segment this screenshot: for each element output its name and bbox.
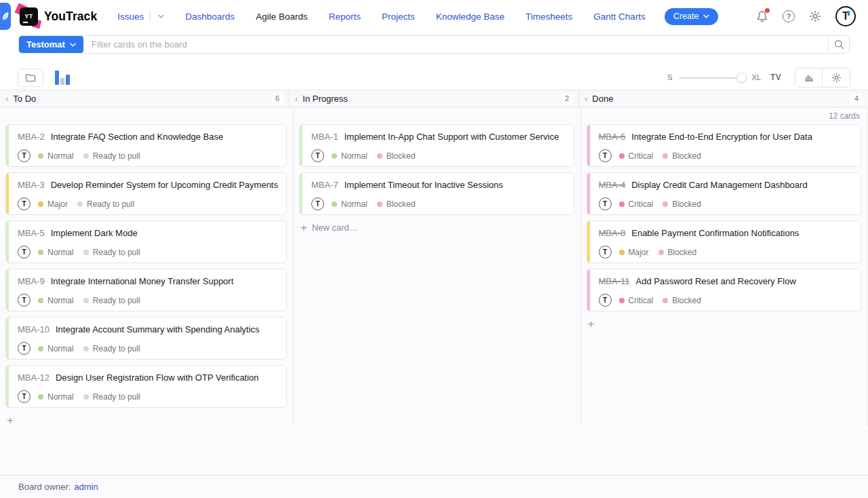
card-title[interactable]: Integrate FAQ Section and Knowledge Base <box>51 132 223 142</box>
state-field[interactable]: Ready to pull <box>83 296 140 305</box>
assignee-avatar[interactable]: T <box>599 246 612 258</box>
card-title[interactable]: Develop Reminder System for Upcoming Cre… <box>51 180 278 190</box>
card-mba-10[interactable]: MBA-10 Integrate Account Summary with Sp… <box>5 317 287 360</box>
card-mba-12[interactable]: MBA-12 Design User Registration Flow wit… <box>5 365 287 408</box>
card-id[interactable]: MBA-11 <box>599 276 630 286</box>
slider-handle[interactable] <box>736 73 747 83</box>
sidebar-toggle[interactable] <box>0 3 11 30</box>
card-title[interactable]: Implement Timeout for Inactive Sessions <box>344 180 503 190</box>
card-title[interactable]: Add Password Reset and Recovery Flow <box>636 276 796 286</box>
assignee-avatar[interactable]: T <box>311 149 324 162</box>
state-field[interactable]: Blocked <box>658 248 697 257</box>
create-button[interactable]: Create <box>665 8 719 25</box>
card-id[interactable]: MBA-7 <box>311 180 338 190</box>
assignee-avatar[interactable]: T <box>18 197 31 210</box>
card-mba-4[interactable]: MBA-4 Display Credit Card Management Das… <box>587 172 862 215</box>
youtrack-logo[interactable]: YT <box>20 7 38 26</box>
nav-dashboards[interactable]: Dashboards <box>185 12 235 22</box>
card-title[interactable]: Design User Registration Flow with OTP V… <box>56 372 259 383</box>
card-mba-1[interactable]: MBA-1 Implement In-App Chat Support with… <box>299 124 574 167</box>
collapse-chevron-icon[interactable]: ‹ <box>5 94 8 103</box>
state-field[interactable]: Blocked <box>663 199 701 209</box>
assignee-avatar[interactable]: T <box>18 342 31 355</box>
card-title[interactable]: Enable Payment Confirmation Notification… <box>631 228 799 238</box>
assignee-avatar[interactable]: T <box>311 197 324 210</box>
nav-issues[interactable]: Issues <box>117 11 164 22</box>
card-size-slider[interactable] <box>679 73 746 83</box>
card-id[interactable]: MBA-8 <box>599 228 626 238</box>
nav-knowledge-base[interactable]: Knowledge Base <box>436 12 505 22</box>
state-field[interactable]: Ready to pull <box>83 392 140 402</box>
new-card-button[interactable]: + New card… <box>299 221 574 235</box>
settings-gear-icon[interactable] <box>809 10 821 22</box>
assignee-avatar[interactable]: T <box>599 149 612 162</box>
priority-field[interactable]: Major <box>619 248 649 257</box>
priority-field[interactable]: Normal <box>332 151 368 161</box>
card-title[interactable]: Integrate International Money Transfer S… <box>51 276 234 286</box>
state-field[interactable]: Blocked <box>663 151 701 161</box>
tv-mode-button[interactable]: TV <box>770 73 781 82</box>
nav-agile-boards[interactable]: Agile Boards <box>256 12 308 22</box>
notifications-bell-icon[interactable] <box>756 10 768 23</box>
column-header-in-progress[interactable]: ‹ In Progress 2 <box>290 90 579 107</box>
board-owner-link[interactable]: admin <box>74 482 98 492</box>
state-field[interactable]: Ready to pull <box>83 344 140 353</box>
card-mba-9[interactable]: MBA-9 Integrate International Money Tran… <box>5 269 287 311</box>
card-id[interactable]: MBA-12 <box>18 372 50 383</box>
collapse-chevron-icon[interactable]: ‹ <box>585 94 587 103</box>
nav-gantt-charts[interactable]: Gantt Charts <box>593 12 646 22</box>
priority-field[interactable]: Critical <box>619 296 654 305</box>
card-id[interactable]: MBA-6 <box>599 132 626 142</box>
priority-field[interactable]: Normal <box>38 151 74 161</box>
nav-timesheets[interactable]: Timesheets <box>526 12 572 22</box>
priority-field[interactable]: Critical <box>619 199 654 209</box>
card-id[interactable]: MBA-1 <box>311 132 338 142</box>
priority-field[interactable]: Normal <box>38 344 74 353</box>
priority-field[interactable]: Major <box>38 199 68 209</box>
search-icon[interactable] <box>828 36 849 53</box>
card-mba-2[interactable]: MBA-2 Integrate FAQ Section and Knowledg… <box>5 124 287 167</box>
chart-panel-toggle[interactable] <box>55 71 70 85</box>
assignee-avatar[interactable]: T <box>599 294 612 307</box>
priority-field[interactable]: Critical <box>619 151 654 161</box>
board-chart-button[interactable] <box>795 69 823 87</box>
assignee-avatar[interactable]: T <box>18 246 31 258</box>
backlog-folder-button[interactable] <box>18 69 43 87</box>
card-mba-3[interactable]: MBA-3 Develop Reminder System for Upcomi… <box>5 172 287 215</box>
card-title[interactable]: Integrate End-to-End Encryption for User… <box>631 132 812 142</box>
assignee-avatar[interactable]: T <box>18 149 31 162</box>
priority-field[interactable]: Normal <box>332 199 368 209</box>
collapse-chevron-icon[interactable]: ‹ <box>295 94 298 103</box>
card-id[interactable]: MBA-3 <box>18 180 45 190</box>
card-title[interactable]: Implement Dark Mode <box>51 228 138 238</box>
card-title[interactable]: Display Credit Card Management Dashboard <box>631 180 807 190</box>
state-field[interactable]: Blocked <box>377 199 416 209</box>
assignee-avatar[interactable]: T <box>599 197 612 210</box>
state-field[interactable]: Ready to pull <box>83 151 140 161</box>
add-card-button[interactable]: + <box>587 317 862 331</box>
card-id[interactable]: MBA-2 <box>18 132 45 142</box>
chevron-down-icon[interactable] <box>158 14 164 18</box>
state-field[interactable]: Ready to pull <box>77 199 134 209</box>
assignee-avatar[interactable]: T <box>18 390 31 403</box>
card-mba-8[interactable]: MBA-8 Enable Payment Confirmation Notifi… <box>587 221 862 263</box>
card-mba-5[interactable]: MBA-5 Implement Dark Mode T Normal Ready… <box>5 221 287 263</box>
state-field[interactable]: Ready to pull <box>83 248 140 257</box>
add-card-button[interactable]: + <box>5 413 287 427</box>
card-id[interactable]: MBA-4 <box>599 180 626 190</box>
state-field[interactable]: Blocked <box>377 151 416 161</box>
board-settings-button[interactable] <box>823 69 850 87</box>
assignee-avatar[interactable]: T <box>18 294 31 307</box>
card-mba-6[interactable]: MBA-6 Integrate End-to-End Encryption fo… <box>587 124 862 167</box>
column-header-done[interactable]: ‹ Done 4 <box>579 90 868 107</box>
card-id[interactable]: MBA-9 <box>18 276 45 286</box>
help-icon[interactable]: ? <box>783 10 795 22</box>
card-title[interactable]: Implement In-App Chat Support with Custo… <box>344 132 559 142</box>
card-mba-7[interactable]: MBA-7 Implement Timeout for Inactive Ses… <box>299 172 574 215</box>
board-selector-button[interactable]: Testomat <box>19 36 83 53</box>
column-header-todo[interactable]: ‹ To Do 6 <box>0 90 290 107</box>
priority-field[interactable]: Normal <box>38 392 74 402</box>
filter-cards-input[interactable] <box>83 36 828 53</box>
nav-projects[interactable]: Projects <box>382 12 415 22</box>
card-title[interactable]: Integrate Account Summary with Spending … <box>56 324 260 334</box>
